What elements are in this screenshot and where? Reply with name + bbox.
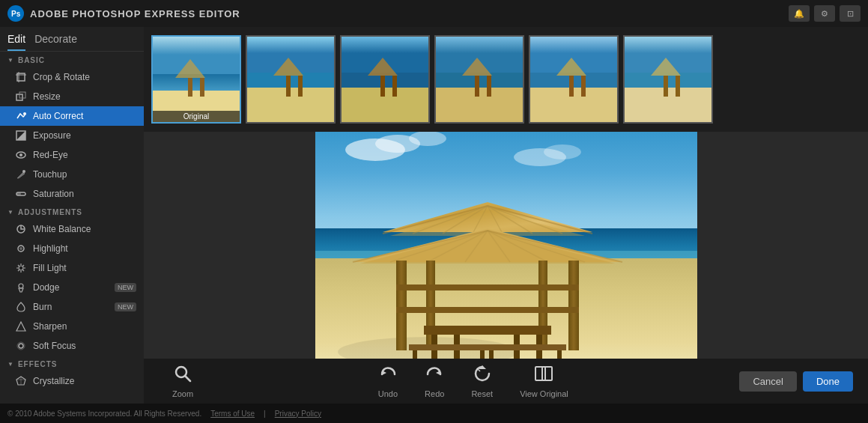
svg-rect-59 bbox=[664, 76, 668, 97]
saturation-icon bbox=[15, 188, 27, 200]
menu-item-touchup[interactable]: Touchup bbox=[0, 165, 144, 184]
thumb-img-0 bbox=[153, 37, 240, 122]
thumb-img-4 bbox=[530, 37, 617, 122]
redo-icon bbox=[425, 364, 444, 388]
svg-rect-96 bbox=[396, 307, 579, 313]
svg-rect-92 bbox=[568, 261, 579, 350]
copyright-text: © 2010 Adobe Systems Incorporated. All R… bbox=[7, 410, 201, 418]
menu-item-exposure[interactable]: Exposure bbox=[0, 126, 144, 145]
undo-icon bbox=[378, 364, 398, 388]
window-controls: 🔔 ⚙ ⊡ bbox=[789, 5, 861, 22]
svg-text:Ps: Ps bbox=[11, 10, 21, 18]
menu-label-highlight: Highlight bbox=[33, 243, 68, 254]
menu-label-crop: Crop & Rotate bbox=[33, 72, 90, 82]
thumb-img-5 bbox=[625, 37, 711, 122]
thumbnail-5[interactable] bbox=[623, 35, 713, 124]
thumbnail-2[interactable] bbox=[340, 35, 430, 124]
main-area: Edit Decorate ▼ BASIC Crop & Rotate bbox=[0, 27, 868, 404]
svg-rect-97 bbox=[424, 326, 551, 335]
menu-item-whitebalance[interactable]: White Balance bbox=[0, 219, 144, 239]
settings-btn[interactable]: ⚙ bbox=[814, 5, 835, 22]
menu-item-autocorrect[interactable]: Auto Correct bbox=[0, 106, 144, 126]
menu-item-resize[interactable]: Resize bbox=[0, 87, 144, 106]
thumbnail-4[interactable] bbox=[529, 35, 619, 124]
svg-point-18 bbox=[19, 284, 23, 288]
svg-marker-112 bbox=[382, 371, 386, 375]
menu-label-softfocus: Soft Focus bbox=[33, 341, 76, 351]
menu-label-autocorrect: Auto Correct bbox=[33, 111, 83, 121]
terms-link[interactable]: Terms of Use bbox=[210, 410, 255, 418]
svg-rect-29 bbox=[188, 78, 192, 97]
svg-rect-53 bbox=[569, 76, 574, 97]
section-adjustments[interactable]: ▼ ADJUSTMENTS bbox=[0, 204, 144, 219]
menu-label-dodge: Dodge bbox=[33, 282, 59, 293]
basic-arrow: ▼ bbox=[7, 57, 14, 64]
section-basic[interactable]: ▼ BASIC bbox=[0, 52, 144, 67]
cancel-button[interactable]: Cancel bbox=[739, 371, 796, 392]
basic-label: BASIC bbox=[18, 56, 45, 64]
svg-rect-54 bbox=[581, 76, 586, 97]
svg-point-66 bbox=[544, 144, 581, 159]
tool-vieworiginal[interactable]: View Original bbox=[506, 364, 582, 398]
menu-item-dodge[interactable]: Dodge NEW bbox=[0, 278, 144, 297]
menu-label-filllight: Fill Light bbox=[33, 263, 67, 273]
adjustments-arrow: ▼ bbox=[7, 209, 14, 216]
svg-rect-108 bbox=[557, 350, 562, 359]
menu-item-crop[interactable]: Crop & Rotate bbox=[0, 67, 144, 87]
svg-rect-105 bbox=[413, 350, 417, 359]
redeye-icon bbox=[15, 149, 27, 161]
thumbnail-1[interactable] bbox=[246, 35, 336, 124]
touchup-icon bbox=[15, 168, 27, 180]
tool-undo[interactable]: Undo bbox=[365, 364, 411, 398]
vieworiginal-icon bbox=[534, 364, 553, 388]
sidebar-tabs: Edit Decorate bbox=[0, 27, 144, 52]
svg-rect-30 bbox=[200, 78, 204, 97]
svg-rect-13 bbox=[16, 192, 21, 195]
svg-rect-35 bbox=[286, 76, 291, 97]
svg-rect-116 bbox=[535, 367, 545, 380]
adjustments-label: ADJUSTMENTS bbox=[18, 208, 82, 216]
menu-label-resize: Resize bbox=[33, 91, 61, 102]
sharpen-icon bbox=[15, 320, 27, 332]
window-mode-btn[interactable]: ⊡ bbox=[840, 5, 861, 22]
menu-item-crystallize[interactable]: Crystallize bbox=[0, 371, 144, 391]
effects-label: EFFECTS bbox=[18, 360, 58, 368]
burn-badge: NEW bbox=[115, 302, 136, 311]
reset-icon bbox=[473, 364, 492, 388]
menu-item-sharpen[interactable]: Sharpen bbox=[0, 317, 144, 336]
toolbar-actions: Cancel Done bbox=[739, 371, 853, 392]
thumbnail-3[interactable] bbox=[434, 35, 524, 124]
section-effects[interactable]: ▼ EFFECTS bbox=[0, 356, 144, 371]
menu-item-saturation[interactable]: Saturation bbox=[0, 184, 144, 204]
content-area: Original bbox=[144, 27, 868, 404]
svg-point-17 bbox=[19, 266, 23, 270]
thumb-img-2 bbox=[342, 37, 428, 122]
app-logo: Ps bbox=[7, 5, 24, 22]
svg-rect-95 bbox=[396, 284, 579, 290]
tool-redo[interactable]: Redo bbox=[411, 364, 458, 398]
tool-reset[interactable]: Reset bbox=[458, 364, 506, 398]
menu-item-redeye[interactable]: Red-Eye bbox=[0, 145, 144, 165]
zoom-label: Zoom bbox=[172, 389, 193, 398]
tab-edit[interactable]: Edit bbox=[7, 33, 25, 51]
privacy-link[interactable]: Privacy Policy bbox=[275, 410, 321, 418]
titlebar: Ps ADOBE PHOTOSHOP EXPRESS EDITOR 🔔 ⚙ ⊡ bbox=[0, 0, 868, 27]
tab-decorate[interactable]: Decorate bbox=[34, 33, 77, 51]
tool-zoom[interactable]: Zoom bbox=[159, 364, 207, 398]
main-image bbox=[315, 132, 697, 359]
burn-icon bbox=[15, 301, 27, 313]
menu-item-burn[interactable]: Burn NEW bbox=[0, 297, 144, 317]
svg-point-16 bbox=[19, 247, 22, 250]
effects-arrow: ▼ bbox=[7, 361, 14, 368]
done-button[interactable]: Done bbox=[803, 371, 853, 392]
thumbnail-0[interactable]: Original bbox=[151, 35, 241, 124]
svg-rect-42 bbox=[392, 76, 397, 97]
menu-item-filllight[interactable]: Fill Light bbox=[0, 258, 144, 278]
thumb-img-1 bbox=[247, 37, 334, 122]
menu-label-touchup: Touchup bbox=[33, 169, 67, 180]
svg-point-6 bbox=[23, 112, 26, 115]
statusbar: © 2010 Adobe Systems Incorporated. All R… bbox=[0, 404, 868, 423]
menu-item-highlight[interactable]: Highlight bbox=[0, 239, 144, 258]
notification-btn[interactable]: 🔔 bbox=[789, 5, 810, 22]
menu-item-softfocus[interactable]: Soft Focus bbox=[0, 336, 144, 356]
